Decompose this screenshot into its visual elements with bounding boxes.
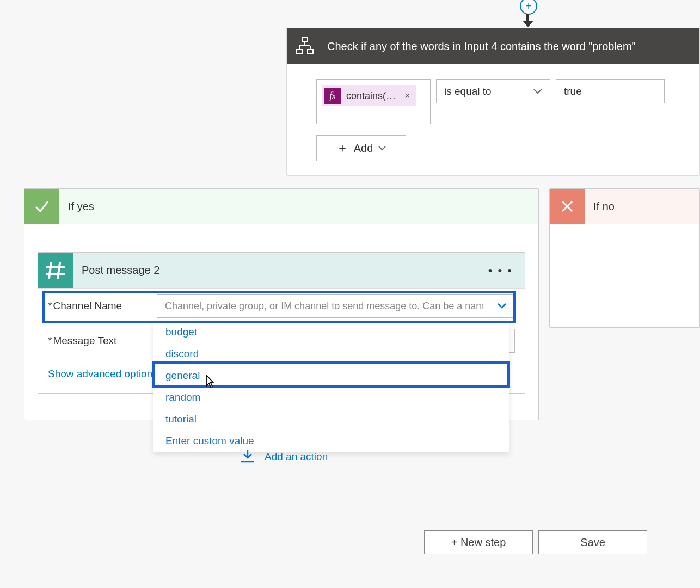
condition-header[interactable]: Check if any of the words in Input 4 con… <box>287 28 699 64</box>
condition-operator-select[interactable]: is equal to <box>436 79 550 103</box>
dropdown-enter-custom[interactable]: Enter custom value <box>153 430 509 452</box>
condition-value-text: true <box>564 85 582 97</box>
flow-connector-arrowhead-icon <box>523 21 533 27</box>
if-no-branch: If no <box>549 188 700 328</box>
remove-token-button[interactable]: × <box>404 90 410 102</box>
add-action-label: Add an action <box>265 451 328 463</box>
dropdown-option-discord[interactable]: discord <box>153 343 509 365</box>
channel-name-select[interactable]: Channel, private group, or IM channel to… <box>157 294 515 318</box>
channel-name-row: *Channel Name Channel, private group, or… <box>38 289 525 323</box>
slack-hash-icon <box>38 253 73 288</box>
condition-icon <box>287 28 323 64</box>
fx-icon: fx <box>324 88 341 104</box>
condition-rule-row: fx contains(… × is equal to true <box>316 79 684 124</box>
dropdown-option-tutorial[interactable]: tutorial <box>153 408 509 430</box>
svg-line-7 <box>49 263 51 278</box>
if-no-label: If no <box>585 200 615 213</box>
condition-right-operand[interactable]: true <box>556 79 665 103</box>
channel-name-label: *Channel Name <box>48 300 151 312</box>
plus-icon: + <box>525 1 532 11</box>
dropdown-option-random[interactable]: random <box>153 387 509 408</box>
action-header[interactable]: Post message 2 • • • <box>38 253 525 289</box>
save-button[interactable]: Save <box>538 530 647 554</box>
close-icon <box>550 189 585 224</box>
condition-title: Check if any of the words in Input 4 con… <box>323 40 636 53</box>
svg-line-8 <box>58 263 60 278</box>
new-step-button[interactable]: + New step <box>424 530 533 554</box>
add-condition-button[interactable]: ＋ Add <box>316 135 406 161</box>
action-title: Post message 2 <box>73 264 476 277</box>
channel-dropdown-list[interactable]: budget discord general random tutorial E… <box>153 321 509 452</box>
svg-rect-5 <box>297 50 302 54</box>
dropdown-option-general[interactable]: general <box>153 365 509 387</box>
condition-card[interactable]: Check if any of the words in Input 4 con… <box>286 28 700 176</box>
insert-step-button[interactable]: + <box>520 0 537 15</box>
condition-body: fx contains(… × is equal to true ＋ Add <box>287 64 699 175</box>
add-action-link[interactable]: Add an action <box>240 450 328 464</box>
dropdown-option-budget[interactable]: budget <box>153 321 509 343</box>
expression-token[interactable]: fx contains(… × <box>322 85 416 106</box>
chevron-down-icon <box>378 146 386 151</box>
action-menu-button[interactable]: • • • <box>476 264 525 278</box>
chevron-down-icon <box>497 303 507 309</box>
add-condition-label: Add <box>354 142 373 155</box>
check-icon <box>24 189 59 224</box>
condition-left-operand[interactable]: fx contains(… × <box>316 79 431 124</box>
expression-token-label: contains(… <box>346 90 396 102</box>
if-no-header[interactable]: If no <box>550 189 699 224</box>
add-action-icon <box>240 450 256 464</box>
channel-placeholder: Channel, private group, or IM channel to… <box>165 301 484 312</box>
svg-rect-6 <box>308 50 313 54</box>
if-yes-header[interactable]: If yes <box>24 189 538 224</box>
if-yes-label: If yes <box>59 200 94 213</box>
chevron-down-icon <box>533 89 542 94</box>
operator-value: is equal to <box>444 85 492 97</box>
svg-rect-0 <box>302 38 308 42</box>
message-text-label: *Message Text <box>48 335 151 347</box>
plus-icon: ＋ <box>336 140 348 156</box>
